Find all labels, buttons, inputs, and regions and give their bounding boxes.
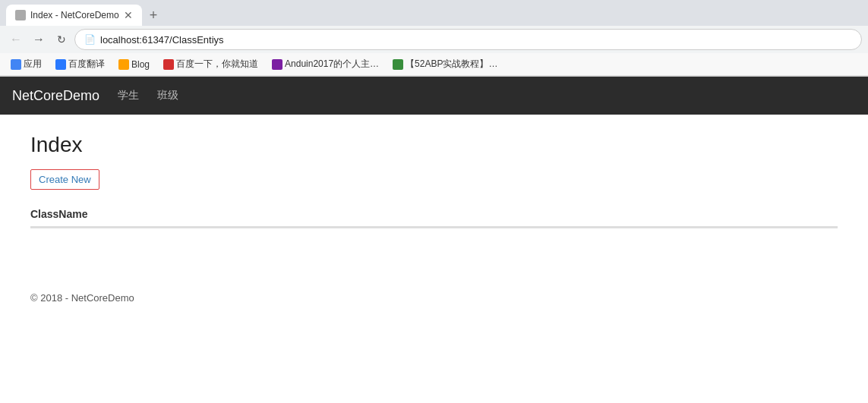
url-bar[interactable]: 📄 bbox=[74, 29, 862, 50]
app-brand[interactable]: NetCoreDemo bbox=[12, 88, 99, 104]
bookmark-baidu-icon bbox=[163, 59, 174, 70]
app-footer: © 2018 - NetCoreDemo bbox=[0, 277, 868, 319]
create-new-button[interactable]: Create New bbox=[30, 169, 99, 190]
bookmark-52abp[interactable]: 【52ABP实战教程】… bbox=[388, 56, 502, 72]
bookmark-apps-label: 应用 bbox=[24, 58, 42, 71]
bookmark-baidu-label: 百度一下，你就知道 bbox=[176, 58, 258, 71]
tab-favicon bbox=[15, 10, 26, 20]
bookmarks-bar: 应用 百度翻译 Blog 百度一下，你就知道 Anduin2017的个人主… 【… bbox=[0, 53, 868, 76]
bookmark-blog-icon bbox=[118, 59, 129, 70]
reload-button[interactable]: ↻ bbox=[52, 30, 71, 49]
bookmark-apps[interactable]: 应用 bbox=[6, 56, 46, 72]
address-bar: ← → ↻ 📄 bbox=[0, 26, 868, 53]
bookmark-anduin[interactable]: Anduin2017的个人主… bbox=[267, 56, 383, 72]
bookmark-fanyi[interactable]: 百度翻译 bbox=[51, 56, 109, 72]
nav-link-classes[interactable]: 班级 bbox=[157, 86, 178, 105]
tab-close-button[interactable]: ✕ bbox=[124, 10, 133, 20]
bookmark-52abp-label: 【52ABP实战教程】… bbox=[406, 58, 497, 71]
bookmark-apps-icon bbox=[11, 59, 21, 70]
bookmark-52abp-icon bbox=[393, 59, 403, 70]
app-navbar: NetCoreDemo 学生 班级 bbox=[0, 77, 868, 115]
column-header-classname: ClassName bbox=[30, 202, 838, 227]
table-divider bbox=[30, 228, 838, 228]
class-table: ClassName bbox=[30, 202, 838, 228]
bookmark-baidu[interactable]: 百度一下，你就知道 bbox=[159, 56, 263, 72]
bookmark-blog-label: Blog bbox=[131, 59, 150, 70]
footer-text: © 2018 - NetCoreDemo bbox=[30, 292, 134, 304]
page-title: Index bbox=[30, 133, 838, 157]
tab-bar: Index - NetCoreDemo ✕ + bbox=[0, 0, 868, 26]
url-input[interactable] bbox=[100, 34, 852, 46]
browser-chrome: Index - NetCoreDemo ✕ + ← → ↻ 📄 应用 百度翻译 … bbox=[0, 0, 868, 77]
new-tab-button[interactable]: + bbox=[145, 8, 163, 24]
forward-button[interactable]: → bbox=[29, 30, 49, 49]
bookmark-anduin-icon bbox=[272, 59, 282, 70]
bookmark-anduin-label: Anduin2017的个人主… bbox=[285, 58, 379, 71]
bookmark-blog[interactable]: Blog bbox=[114, 58, 154, 71]
bookmark-fanyi-icon bbox=[55, 59, 66, 70]
back-button[interactable]: ← bbox=[6, 30, 26, 49]
nav-link-students[interactable]: 学生 bbox=[118, 86, 139, 105]
tab-title: Index - NetCoreDemo bbox=[30, 10, 119, 20]
lock-icon: 📄 bbox=[84, 34, 96, 45]
bookmark-fanyi-label: 百度翻译 bbox=[68, 58, 105, 71]
main-content: Index Create New ClassName bbox=[0, 115, 868, 247]
active-tab[interactable]: Index - NetCoreDemo ✕ bbox=[6, 5, 142, 26]
